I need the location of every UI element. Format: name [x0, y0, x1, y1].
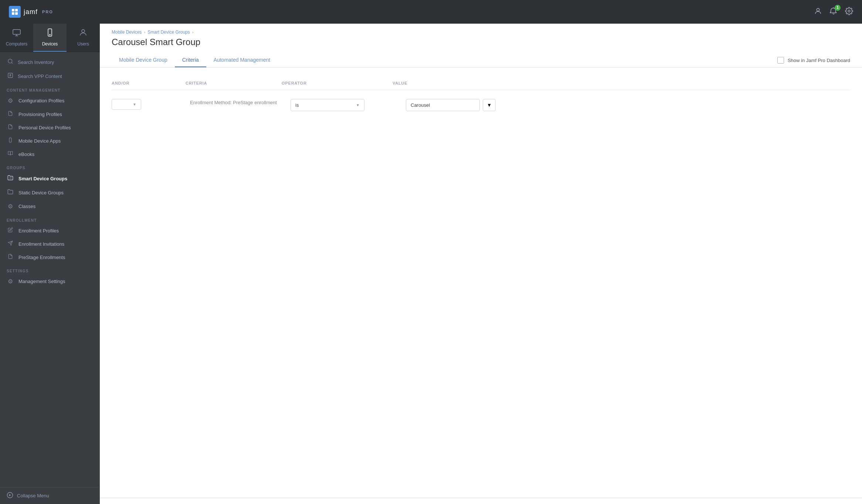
sidebar-item-smart-device-groups-label: Smart Device Groups — [18, 176, 67, 181]
nav-tab-computers[interactable]: Computers — [0, 24, 33, 52]
sidebar-item-smart-device-groups[interactable]: Smart Device Groups — [0, 171, 100, 185]
breadcrumb-mobile-devices[interactable]: Mobile Devices — [112, 30, 142, 35]
value-dropdown-btn[interactable]: ▼ — [483, 99, 496, 111]
sidebar-item-provisioning-profiles[interactable]: Provisioning Profiles — [0, 108, 100, 121]
sidebar-item-enrollment-invitations[interactable]: Enrollment Invitations — [0, 237, 100, 251]
provisioning-profiles-icon — [7, 111, 14, 118]
criteria-row: ▼ Enrollment Method: PreStage enrollment… — [112, 96, 850, 114]
and-or-arrow: ▼ — [133, 102, 136, 106]
enrollment-invitations-icon — [7, 241, 14, 247]
sidebar-item-ebooks-label: eBooks — [18, 151, 34, 157]
header-operator: OPERATOR — [282, 81, 393, 85]
page-footer: Done History View — [100, 498, 862, 504]
criteria-cell: Enrollment Method: PreStage enrollment — [190, 99, 286, 106]
value-input[interactable] — [406, 99, 480, 111]
tabs-header-row: Carousel Smart Group — [112, 37, 850, 53]
and-or-cell: ▼ — [112, 99, 186, 110]
sidebar-item-prestage-enrollments[interactable]: PreStage Enrollments — [0, 251, 100, 264]
users-icon — [79, 28, 88, 39]
svg-point-9 — [82, 30, 85, 33]
value-dropdown-arrow: ▼ — [487, 102, 492, 108]
logo-text: jamf — [24, 8, 38, 16]
dashboard-label: Show in Jamf Pro Dashboard — [788, 58, 850, 63]
sidebar-item-classes[interactable]: ⚙ Classes — [0, 200, 100, 213]
criteria-value: Enrollment Method: PreStage enrollment — [190, 97, 277, 108]
section-header-content-management: Content Management — [0, 83, 100, 94]
notification-icon[interactable]: 1 — [829, 7, 838, 17]
logo-pro: PRO — [42, 10, 53, 14]
nav-tabs: Computers Devices Users — [0, 24, 100, 52]
main-content: AND/OR CRITERIA OPERATOR VALUE ▼ — [100, 68, 862, 498]
section-header-enrollment: Enrollment — [0, 213, 100, 224]
dashboard-checkbox[interactable] — [777, 57, 784, 64]
breadcrumb-sep-2: › — [192, 30, 194, 34]
operator-arrow: ▼ — [356, 103, 360, 107]
settings-icon[interactable] — [845, 7, 853, 17]
sidebar-item-personal-device-profiles[interactable]: Personal Device Profiles — [0, 121, 100, 134]
header-criteria: CRITERIA — [186, 81, 282, 85]
sidebar-item-mobile-device-apps[interactable]: Mobile Device Apps — [0, 134, 100, 147]
operator-dropdown[interactable]: is ▼ — [291, 99, 364, 111]
search-vpp-item[interactable]: Search VPP Content — [0, 69, 100, 83]
search-inventory-label: Search Inventory — [18, 59, 54, 65]
sidebar-item-personal-device-profiles-label: Personal Device Profiles — [18, 125, 71, 130]
value-cell: ▼ — [406, 99, 850, 111]
and-or-dropdown[interactable]: ▼ — [112, 99, 141, 110]
sidebar-item-prestage-enrollments-label: PreStage Enrollments — [18, 255, 65, 260]
section-header-settings: Settings — [0, 264, 100, 275]
svg-rect-1 — [15, 9, 18, 11]
personal-device-profiles-icon — [7, 124, 14, 131]
criteria-headers: AND/OR CRITERIA OPERATOR VALUE — [112, 78, 850, 90]
nav-tab-users[interactable]: Users — [67, 24, 100, 52]
operator-cell: is ▼ — [291, 99, 401, 111]
config-profiles-icon: ⚙ — [7, 97, 14, 104]
prestage-enrollments-icon — [7, 254, 14, 260]
search-vpp-label: Search VPP Content — [18, 74, 62, 79]
top-header: jamf PRO 1 — [0, 0, 862, 24]
svg-rect-12 — [9, 138, 11, 142]
sidebar-item-config-profiles[interactable]: ⚙ Configuration Profiles — [0, 94, 100, 108]
mobile-device-apps-icon — [7, 137, 14, 144]
nav-tab-devices-label: Devices — [42, 41, 58, 47]
header-and-or: AND/OR — [112, 81, 186, 85]
classes-icon: ⚙ — [7, 203, 14, 210]
smart-device-groups-icon — [7, 175, 14, 182]
sidebar-item-static-device-groups[interactable]: Static Device Groups — [0, 185, 100, 200]
dashboard-toggle: Show in Jamf Pro Dashboard — [777, 57, 850, 67]
svg-point-10 — [8, 59, 12, 63]
sidebar-item-management-settings[interactable]: ⚙ Management Settings — [0, 275, 100, 288]
sidebar-item-mobile-device-apps-label: Mobile Device Apps — [18, 138, 61, 144]
ebooks-icon — [7, 151, 14, 157]
search-inventory-item[interactable]: Search Inventory — [0, 55, 100, 69]
svg-rect-3 — [15, 12, 18, 15]
section-header-groups: Groups — [0, 161, 100, 171]
sidebar: Computers Devices Users — [0, 24, 100, 504]
main-layout: Computers Devices Users — [0, 24, 862, 504]
svg-rect-0 — [12, 9, 14, 11]
search-inventory-icon — [7, 58, 14, 66]
sidebar-item-ebooks[interactable]: eBooks — [0, 147, 100, 161]
sidebar-item-classes-label: Classes — [18, 204, 35, 209]
sidebar-item-enrollment-invitations-label: Enrollment Invitations — [18, 241, 64, 247]
sidebar-item-enrollment-profiles-label: Enrollment Profiles — [18, 228, 59, 234]
tab-mobile-device-group[interactable]: Mobile Device Group — [112, 53, 175, 67]
nav-tab-devices[interactable]: Devices — [33, 24, 67, 52]
tab-automated-management[interactable]: Automated Management — [206, 53, 278, 67]
logo-area: jamf PRO — [9, 6, 53, 18]
sidebar-item-static-device-groups-label: Static Device Groups — [18, 190, 64, 195]
header-icons: 1 — [814, 7, 853, 17]
notification-badge: 1 — [835, 5, 841, 11]
breadcrumb-sep-1: › — [144, 30, 145, 34]
collapse-label: Collapse Menu — [17, 493, 49, 498]
computers-icon — [12, 28, 21, 39]
svg-point-5 — [848, 10, 850, 12]
tab-criteria[interactable]: Criteria — [175, 53, 206, 67]
sidebar-item-config-profiles-label: Configuration Profiles — [18, 98, 64, 103]
collapse-menu[interactable]: Collapse Menu — [0, 487, 100, 504]
breadcrumb-smart-device-groups[interactable]: Smart Device Groups — [147, 30, 190, 35]
sidebar-item-enrollment-profiles[interactable]: Enrollment Profiles — [0, 224, 100, 237]
devices-icon — [45, 28, 54, 39]
breadcrumb: Mobile Devices › Smart Device Groups › — [112, 30, 850, 35]
user-icon[interactable] — [814, 7, 822, 17]
header-value: VALUE — [393, 81, 850, 85]
